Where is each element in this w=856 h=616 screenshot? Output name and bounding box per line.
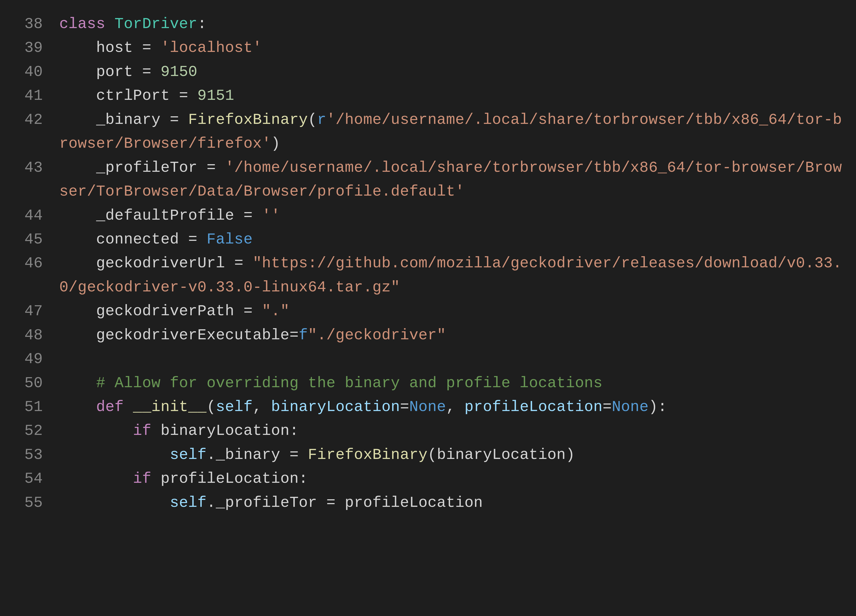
token-const: r <box>317 111 326 128</box>
code-editor[interactable]: 38class TorDriver:39 host = 'localhost'4… <box>0 0 856 524</box>
token-ident: host <box>96 39 133 56</box>
code-line[interactable]: 44 _defaultProfile = '' <box>9 204 847 227</box>
code-content[interactable]: geckodriverPath = "." <box>59 299 847 323</box>
token-op <box>59 375 96 392</box>
code-line[interactable]: 54 if profileLocation: <box>9 467 847 490</box>
token-cls: TorDriver <box>115 15 197 32</box>
code-line[interactable]: 50 # Allow for overriding the binary and… <box>9 371 847 395</box>
line-number: 42 <box>9 108 59 132</box>
token-op <box>59 207 96 224</box>
code-content[interactable]: geckodriverUrl = "https://github.com/moz… <box>59 251 847 299</box>
token-ident: geckodriverPath <box>96 303 234 320</box>
code-content[interactable]: host = 'localhost' <box>59 36 847 60</box>
token-kw: class <box>59 15 105 32</box>
code-line[interactable]: 40 port = 9150 <box>9 60 847 84</box>
token-kw: if <box>133 470 151 487</box>
token-op <box>59 111 96 128</box>
token-ident: binaryLocation <box>437 446 566 463</box>
token-op <box>59 446 170 463</box>
line-number: 38 <box>9 12 59 36</box>
code-line[interactable]: 51 def __init__(self, binaryLocation=Non… <box>9 395 847 419</box>
token-str: "." <box>262 303 289 320</box>
token-op <box>59 63 96 80</box>
token-str: '' <box>262 207 280 224</box>
code-content[interactable]: _defaultProfile = '' <box>59 204 847 227</box>
code-line[interactable]: 52 if binaryLocation: <box>9 419 847 443</box>
token-op: ( <box>308 111 317 128</box>
token-ident: geckodriverExecutable <box>96 327 289 344</box>
token-const: None <box>612 398 648 415</box>
token-op: = <box>179 231 207 248</box>
code-line[interactable]: 49 <box>9 347 847 371</box>
line-number: 39 <box>9 36 59 60</box>
token-const: f <box>299 327 308 344</box>
line-number: 49 <box>9 347 59 371</box>
code-line[interactable]: 53 self._binary = FirefoxBinary(binaryLo… <box>9 443 847 467</box>
code-content[interactable]: connected = False <box>59 227 847 251</box>
token-ident: _binary <box>96 111 160 128</box>
line-number: 44 <box>9 204 59 227</box>
token-ident: ctrlPort <box>96 87 169 104</box>
token-op: = <box>234 207 262 224</box>
token-op: = <box>289 327 299 344</box>
code-line[interactable]: 38class TorDriver: <box>9 12 847 36</box>
code-content[interactable]: ctrlPort = 9151 <box>59 84 847 108</box>
code-content[interactable]: if binaryLocation: <box>59 419 847 443</box>
code-line[interactable]: 42 _binary = FirefoxBinary(r'/home/usern… <box>9 108 847 156</box>
token-op <box>124 398 133 415</box>
token-dunder: __init__ <box>133 398 206 415</box>
token-op: ( <box>428 446 437 463</box>
token-num: 9151 <box>197 87 234 104</box>
token-param: self <box>170 494 207 511</box>
token-op <box>105 15 115 32</box>
token-cmt: # Allow for overriding the binary and pr… <box>96 375 602 392</box>
token-op: ): <box>649 398 667 415</box>
line-number: 40 <box>9 60 59 84</box>
code-content[interactable]: # Allow for overriding the binary and pr… <box>59 371 847 395</box>
token-str: "./geckodriver" <box>308 327 446 344</box>
code-content[interactable]: class TorDriver: <box>59 12 847 36</box>
code-line[interactable]: 48 geckodriverExecutable=f"./geckodriver… <box>9 323 847 347</box>
code-content[interactable]: def __init__(self, binaryLocation=None, … <box>59 395 847 419</box>
code-line[interactable]: 43 _profileTor = '/home/username/.local/… <box>9 156 847 204</box>
token-op: = <box>602 398 612 415</box>
code-content[interactable]: if profileLocation: <box>59 467 847 490</box>
token-kw: if <box>133 422 151 439</box>
token-ident: port <box>96 63 133 80</box>
line-number: 41 <box>9 84 59 108</box>
token-op: = <box>234 303 262 320</box>
code-content[interactable]: geckodriverExecutable=f"./geckodriver" <box>59 323 847 347</box>
token-op: : <box>289 422 299 439</box>
token-op <box>59 327 96 344</box>
token-op: , <box>252 398 271 415</box>
token-op: . <box>207 494 216 511</box>
token-fn: FirefoxBinary <box>188 111 308 128</box>
token-op <box>59 470 133 487</box>
token-ident: binaryLocation <box>160 422 289 439</box>
code-content[interactable]: _profileTor = '/home/username/.local/sha… <box>59 156 847 204</box>
code-line[interactable]: 41 ctrlPort = 9151 <box>9 84 847 108</box>
code-line[interactable]: 47 geckodriverPath = "." <box>9 299 847 323</box>
code-line[interactable]: 46 geckodriverUrl = "https://github.com/… <box>9 251 847 299</box>
token-kw: def <box>96 398 124 415</box>
line-number: 53 <box>9 443 59 467</box>
token-ident: geckodriverUrl <box>96 255 225 272</box>
token-ident: _profileTor <box>96 159 197 176</box>
token-ident: _binary <box>216 446 280 463</box>
code-content[interactable]: self._binary = FirefoxBinary(binaryLocat… <box>59 443 847 467</box>
token-op: = <box>197 159 225 176</box>
token-op <box>151 422 160 439</box>
token-op <box>59 255 96 272</box>
code-content[interactable]: port = 9150 <box>59 60 847 84</box>
token-ident: _profileTor <box>216 494 317 511</box>
token-op: : <box>197 15 207 32</box>
code-content[interactable]: _binary = FirefoxBinary(r'/home/username… <box>59 108 847 156</box>
token-ident: profileLocation <box>345 494 483 511</box>
line-number: 51 <box>9 395 59 419</box>
token-op <box>151 470 160 487</box>
code-content[interactable]: self._profileTor = profileLocation <box>59 491 847 515</box>
line-number: 46 <box>9 251 59 275</box>
code-line[interactable]: 45 connected = False <box>9 227 847 251</box>
code-line[interactable]: 55 self._profileTor = profileLocation <box>9 491 847 515</box>
code-line[interactable]: 39 host = 'localhost' <box>9 36 847 60</box>
